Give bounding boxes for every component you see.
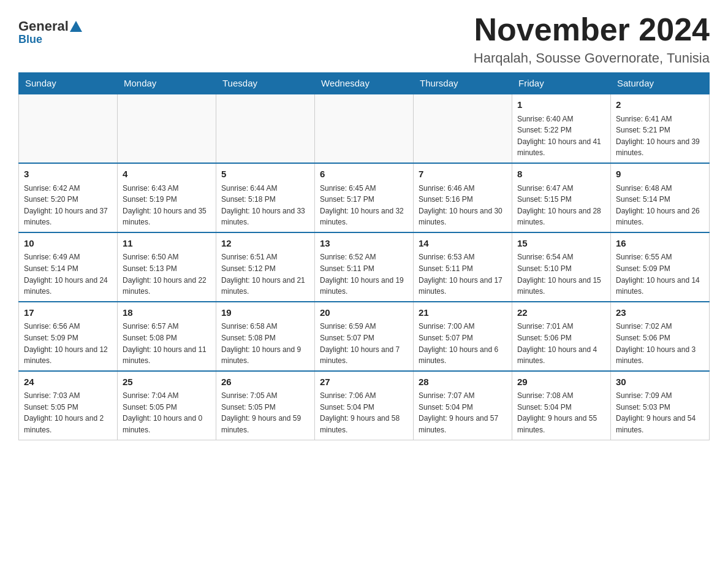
table-row: 12Sunrise: 6:51 AMSunset: 5:12 PMDayligh… <box>216 232 315 302</box>
table-row: 27Sunrise: 7:06 AMSunset: 5:04 PMDayligh… <box>315 371 414 440</box>
day-info: Sunrise: 7:06 AMSunset: 5:04 PMDaylight:… <box>320 390 408 435</box>
day-info: Sunrise: 6:46 AMSunset: 5:16 PMDaylight:… <box>419 183 507 228</box>
table-row: 1Sunrise: 6:40 AMSunset: 5:22 PMDaylight… <box>512 94 611 163</box>
table-row: 16Sunrise: 6:55 AMSunset: 5:09 PMDayligh… <box>611 232 710 302</box>
day-number: 15 <box>517 237 605 251</box>
day-info: Sunrise: 7:03 AMSunset: 5:05 PMDaylight:… <box>24 390 112 435</box>
calendar-week-row: 1Sunrise: 6:40 AMSunset: 5:22 PMDaylight… <box>19 94 710 163</box>
day-info: Sunrise: 6:40 AMSunset: 5:22 PMDaylight:… <box>517 113 605 159</box>
table-row <box>315 94 414 163</box>
header-tuesday: Tuesday <box>216 73 315 94</box>
day-info: Sunrise: 6:41 AMSunset: 5:21 PMDaylight:… <box>616 113 704 159</box>
day-number: 11 <box>123 237 211 251</box>
table-row: 20Sunrise: 6:59 AMSunset: 5:07 PMDayligh… <box>315 302 414 371</box>
table-row: 4Sunrise: 6:43 AMSunset: 5:19 PMDaylight… <box>118 163 216 232</box>
logo-text: General <box>18 18 83 34</box>
day-info: Sunrise: 6:50 AMSunset: 5:13 PMDaylight:… <box>123 251 211 297</box>
table-row: 30Sunrise: 7:09 AMSunset: 5:03 PMDayligh… <box>611 371 710 440</box>
table-row: 18Sunrise: 6:57 AMSunset: 5:08 PMDayligh… <box>118 302 216 371</box>
table-row: 21Sunrise: 7:00 AMSunset: 5:07 PMDayligh… <box>414 302 512 371</box>
table-row: 14Sunrise: 6:53 AMSunset: 5:11 PMDayligh… <box>414 232 512 302</box>
table-row: 19Sunrise: 6:58 AMSunset: 5:08 PMDayligh… <box>216 302 315 371</box>
day-info: Sunrise: 6:49 AMSunset: 5:14 PMDaylight:… <box>24 251 112 297</box>
page-header: General Blue November 2024 Harqalah, Sou… <box>18 12 710 66</box>
day-info: Sunrise: 7:07 AMSunset: 5:04 PMDaylight:… <box>419 390 507 435</box>
header-thursday: Thursday <box>414 73 512 94</box>
day-number: 6 <box>320 167 408 182</box>
table-row: 23Sunrise: 7:02 AMSunset: 5:06 PMDayligh… <box>611 302 710 371</box>
day-info: Sunrise: 6:45 AMSunset: 5:17 PMDaylight:… <box>320 183 408 228</box>
day-number: 10 <box>24 237 112 251</box>
day-number: 28 <box>419 375 507 389</box>
day-number: 20 <box>320 306 408 320</box>
day-info: Sunrise: 6:54 AMSunset: 5:10 PMDaylight:… <box>517 251 605 297</box>
table-row <box>19 94 118 163</box>
day-number: 24 <box>24 375 112 389</box>
day-info: Sunrise: 7:08 AMSunset: 5:04 PMDaylight:… <box>517 390 605 435</box>
location-subtitle: Harqalah, Sousse Governorate, Tunisia <box>474 50 710 66</box>
table-row: 25Sunrise: 7:04 AMSunset: 5:05 PMDayligh… <box>118 371 216 440</box>
logo-triangle-icon <box>70 21 82 32</box>
day-info: Sunrise: 6:58 AMSunset: 5:08 PMDaylight:… <box>221 321 309 366</box>
day-info: Sunrise: 7:00 AMSunset: 5:07 PMDaylight:… <box>419 321 507 366</box>
table-row: 5Sunrise: 6:44 AMSunset: 5:18 PMDaylight… <box>216 163 315 232</box>
table-row: 26Sunrise: 7:05 AMSunset: 5:05 PMDayligh… <box>216 371 315 440</box>
day-info: Sunrise: 6:52 AMSunset: 5:11 PMDaylight:… <box>320 251 408 297</box>
day-number: 12 <box>221 237 309 251</box>
day-info: Sunrise: 6:51 AMSunset: 5:12 PMDaylight:… <box>221 251 309 297</box>
header-sunday: Sunday <box>19 73 118 94</box>
day-number: 9 <box>616 167 704 182</box>
day-info: Sunrise: 6:42 AMSunset: 5:20 PMDaylight:… <box>24 183 112 228</box>
day-number: 27 <box>320 375 408 389</box>
day-number: 30 <box>616 375 704 389</box>
day-info: Sunrise: 7:02 AMSunset: 5:06 PMDaylight:… <box>616 321 704 366</box>
table-row: 7Sunrise: 6:46 AMSunset: 5:16 PMDaylight… <box>414 163 512 232</box>
day-info: Sunrise: 6:44 AMSunset: 5:18 PMDaylight:… <box>221 183 309 228</box>
day-number: 25 <box>123 375 211 389</box>
calendar-week-row: 17Sunrise: 6:56 AMSunset: 5:09 PMDayligh… <box>19 302 710 371</box>
day-info: Sunrise: 7:01 AMSunset: 5:06 PMDaylight:… <box>517 321 605 366</box>
month-year-title: November 2024 <box>474 12 710 47</box>
day-number: 1 <box>517 98 605 112</box>
day-info: Sunrise: 6:43 AMSunset: 5:19 PMDaylight:… <box>123 183 211 228</box>
day-number: 23 <box>616 306 704 320</box>
calendar-week-row: 10Sunrise: 6:49 AMSunset: 5:14 PMDayligh… <box>19 232 710 302</box>
table-row: 13Sunrise: 6:52 AMSunset: 5:11 PMDayligh… <box>315 232 414 302</box>
day-number: 29 <box>517 375 605 389</box>
header-wednesday: Wednesday <box>315 73 414 94</box>
table-row: 15Sunrise: 6:54 AMSunset: 5:10 PMDayligh… <box>512 232 611 302</box>
day-info: Sunrise: 6:59 AMSunset: 5:07 PMDaylight:… <box>320 321 408 366</box>
day-number: 14 <box>419 237 507 251</box>
calendar-header-row: Sunday Monday Tuesday Wednesday Thursday… <box>19 73 710 94</box>
day-number: 2 <box>616 98 704 112</box>
day-info: Sunrise: 6:48 AMSunset: 5:14 PMDaylight:… <box>616 183 704 228</box>
day-number: 5 <box>221 167 309 182</box>
day-number: 4 <box>123 167 211 182</box>
title-area: November 2024 Harqalah, Sousse Governora… <box>474 12 710 66</box>
table-row <box>118 94 216 163</box>
header-saturday: Saturday <box>611 73 710 94</box>
header-friday: Friday <box>512 73 611 94</box>
table-row: 22Sunrise: 7:01 AMSunset: 5:06 PMDayligh… <box>512 302 611 371</box>
day-info: Sunrise: 7:04 AMSunset: 5:05 PMDaylight:… <box>123 390 211 435</box>
table-row: 11Sunrise: 6:50 AMSunset: 5:13 PMDayligh… <box>118 232 216 302</box>
logo: General Blue <box>18 12 83 46</box>
day-info: Sunrise: 6:53 AMSunset: 5:11 PMDaylight:… <box>419 251 507 297</box>
calendar-week-row: 24Sunrise: 7:03 AMSunset: 5:05 PMDayligh… <box>19 371 710 440</box>
table-row: 28Sunrise: 7:07 AMSunset: 5:04 PMDayligh… <box>414 371 512 440</box>
day-number: 26 <box>221 375 309 389</box>
table-row <box>216 94 315 163</box>
day-number: 21 <box>419 306 507 320</box>
day-number: 8 <box>517 167 605 182</box>
header-monday: Monday <box>118 73 216 94</box>
table-row: 3Sunrise: 6:42 AMSunset: 5:20 PMDaylight… <box>19 163 118 232</box>
table-row: 9Sunrise: 6:48 AMSunset: 5:14 PMDaylight… <box>611 163 710 232</box>
day-number: 13 <box>320 237 408 251</box>
day-info: Sunrise: 6:56 AMSunset: 5:09 PMDaylight:… <box>24 321 112 366</box>
table-row: 17Sunrise: 6:56 AMSunset: 5:09 PMDayligh… <box>19 302 118 371</box>
day-info: Sunrise: 7:09 AMSunset: 5:03 PMDaylight:… <box>616 390 704 435</box>
day-number: 16 <box>616 237 704 251</box>
day-info: Sunrise: 7:05 AMSunset: 5:05 PMDaylight:… <box>221 390 309 435</box>
day-number: 22 <box>517 306 605 320</box>
day-info: Sunrise: 6:47 AMSunset: 5:15 PMDaylight:… <box>517 183 605 228</box>
